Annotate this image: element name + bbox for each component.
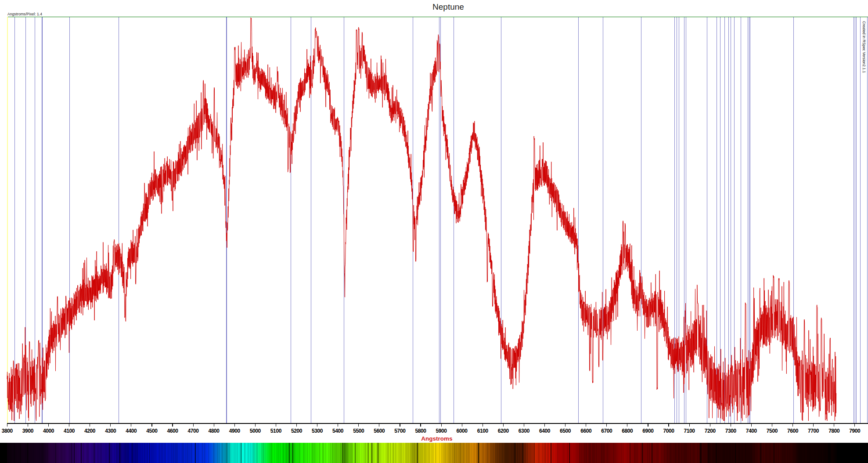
svg-text:6700: 6700: [601, 428, 612, 434]
svg-text:7800: 7800: [828, 428, 840, 434]
svg-text:7300: 7300: [725, 428, 737, 434]
svg-text:4900: 4900: [229, 428, 241, 434]
svg-text:5800: 5800: [415, 428, 426, 434]
svg-text:Angstroms: Angstroms: [421, 435, 452, 442]
svg-text:5600: 5600: [374, 428, 385, 434]
svg-text:5200: 5200: [291, 428, 303, 434]
svg-text:7000: 7000: [663, 428, 674, 434]
svg-text:4200: 4200: [84, 428, 96, 434]
svg-text:Neptune: Neptune: [432, 2, 464, 11]
svg-text:7900: 7900: [849, 428, 861, 434]
svg-text:6100: 6100: [477, 428, 489, 434]
svg-text:6200: 6200: [498, 428, 509, 434]
svg-text:4100: 4100: [64, 428, 75, 434]
svg-text:3800: 3800: [2, 428, 13, 434]
svg-text:5100: 5100: [270, 428, 282, 434]
svg-text:6400: 6400: [539, 428, 551, 434]
svg-text:6900: 6900: [642, 428, 654, 434]
svg-text:5500: 5500: [353, 428, 364, 434]
svg-text:3900: 3900: [22, 428, 34, 434]
svg-text:7600: 7600: [787, 428, 799, 434]
svg-text:6300: 6300: [519, 428, 530, 434]
svg-text:7200: 7200: [705, 428, 716, 434]
svg-text:6600: 6600: [580, 428, 592, 434]
svg-text:4700: 4700: [188, 428, 199, 434]
svg-text:4400: 4400: [126, 428, 137, 434]
svg-text:7100: 7100: [684, 428, 695, 434]
svg-text:6500: 6500: [560, 428, 571, 434]
svg-text:4500: 4500: [146, 428, 158, 434]
svg-text:4600: 4600: [167, 428, 178, 434]
svg-text:7400: 7400: [746, 428, 757, 434]
svg-text:Created in RSpec Version2.1.1: Created in RSpec Version2.1.1: [862, 21, 866, 73]
svg-text:5700: 5700: [394, 428, 406, 434]
svg-text:6000: 6000: [457, 428, 468, 434]
svg-text:5000: 5000: [250, 428, 261, 434]
svg-text:4300: 4300: [105, 428, 116, 434]
svg-text:Angstroms/Pixel: 1.4: Angstroms/Pixel: 1.4: [7, 12, 42, 16]
svg-text:6800: 6800: [622, 428, 633, 434]
svg-text:5900: 5900: [436, 428, 447, 434]
svg-text:7700: 7700: [808, 428, 819, 434]
svg-text:5400: 5400: [332, 428, 344, 434]
svg-text:7500: 7500: [767, 428, 778, 434]
svg-text:4800: 4800: [209, 428, 220, 434]
svg-text:5300: 5300: [312, 428, 323, 434]
svg-text:4000: 4000: [43, 428, 54, 434]
